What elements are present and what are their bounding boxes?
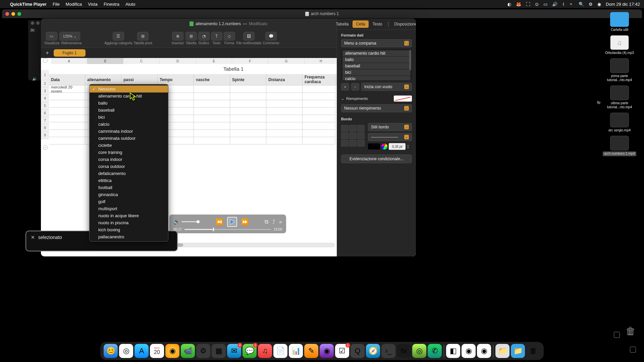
dock-downloads[interactable]: 📁 (511, 344, 525, 358)
popup-item[interactable]: calcio (90, 121, 168, 128)
volume-slider[interactable] (181, 221, 200, 222)
cell[interactable] (303, 85, 335, 93)
dock-reminders[interactable]: ☑1 (335, 344, 349, 358)
desktop-video-file[interactable]: arch numbers 1.mp4 (603, 136, 636, 156)
fill-swatch[interactable] (394, 96, 412, 102)
table-handle[interactable] (43, 58, 48, 63)
list-item[interactable]: calcio (342, 76, 411, 80)
popup-item[interactable]: ✓Nessuno (90, 85, 168, 93)
dock-mail[interactable]: ✉4 (227, 344, 241, 358)
col-header[interactable]: D (160, 58, 196, 64)
status-sound-icon[interactable]: 🔊 (552, 2, 557, 7)
dock-findmy[interactable]: ◎ (412, 344, 426, 358)
conditional-highlight-button[interactable]: Evidenziazione condizionale... (341, 155, 412, 163)
color-picker-icon[interactable] (381, 143, 387, 149)
col-header[interactable]: E (196, 58, 232, 64)
popup-item[interactable]: kich boxing (90, 226, 168, 233)
popup-item[interactable]: ballo (90, 100, 168, 107)
border-style-select[interactable]: Stili bordo ⌄ (368, 123, 412, 131)
cell[interactable]: mercoledì 20 novem (49, 85, 85, 93)
minimize-button[interactable] (11, 12, 15, 16)
formula-handle[interactable]: = (43, 145, 48, 150)
start-with-select[interactable]: Inizia con vuoto ⌄ (361, 83, 412, 91)
status-search-icon[interactable]: 🔍 (579, 2, 584, 7)
popup-item[interactable]: nuoto in piscina (90, 219, 168, 226)
popup-item[interactable]: golf (90, 198, 168, 205)
row-header[interactable]: 6 (41, 110, 49, 117)
shape-button[interactable]: ◇ (224, 32, 235, 41)
cell[interactable] (194, 85, 230, 93)
border-color-swatch[interactable] (368, 143, 380, 149)
cell[interactable] (230, 85, 266, 93)
dock-whatsapp[interactable]: ✆ (428, 344, 442, 358)
dock-shortcuts[interactable]: ◎ (119, 344, 133, 358)
row-header[interactable]: 9 (41, 132, 49, 139)
dock-numbers[interactable]: 📊 (289, 344, 303, 358)
trash-icon[interactable]: 🗑 (624, 324, 637, 339)
rewind-button[interactable]: ⏪ (216, 218, 223, 226)
popup-item[interactable]: ciclette (90, 142, 168, 149)
menu-view[interactable]: Vista (88, 2, 98, 7)
border-preset[interactable] (341, 125, 348, 132)
inspector-tab-table[interactable]: Tabella (332, 20, 352, 28)
inspector-tab-text[interactable]: Testo (369, 20, 386, 28)
share-button[interactable]: ⤴ (272, 219, 275, 225)
insert-button[interactable]: ⊕ (172, 32, 183, 41)
seek-slider[interactable] (184, 229, 271, 230)
dock-finder[interactable]: 😊 (104, 344, 118, 358)
border-line-select[interactable]: ⌄ (368, 133, 412, 141)
popup-item[interactable]: corsa outdoor (90, 163, 168, 170)
header-cell[interactable]: Spinte (230, 74, 266, 85)
popup-item[interactable]: camminata outdoor (90, 135, 168, 142)
popup-item[interactable]: ginnastica (90, 191, 168, 198)
header-cell[interactable]: allenamento (85, 74, 121, 85)
status-screenshot-icon[interactable]: ⛶ (526, 2, 530, 7)
col-header[interactable]: B (87, 58, 123, 64)
window-corner-icon[interactable] (630, 347, 636, 353)
popup-options-list[interactable]: allenamento cardio hiit ballo baseball b… (341, 49, 412, 80)
maximize-button[interactable] (17, 12, 21, 16)
border-preset[interactable] (341, 140, 348, 146)
zoom-select[interactable]: 125% ⌄ (59, 32, 80, 41)
popup-item[interactable]: baseball (90, 107, 168, 114)
menu-edit[interactable]: Modifica (66, 2, 82, 7)
status-control-center-icon[interactable]: ⚙ (589, 2, 593, 7)
forward-button[interactable]: ⏩ (241, 218, 249, 226)
window-corner-icon[interactable] (614, 332, 620, 338)
col-header[interactable]: H (305, 58, 337, 64)
data-format-select[interactable]: Menu a comparsa ⌃⌄ (341, 39, 412, 47)
border-preset[interactable] (357, 125, 365, 132)
chart-button[interactable]: ◔ (198, 32, 210, 41)
col-header[interactable]: F (232, 58, 268, 64)
popup-item[interactable]: corsa indoor (90, 156, 168, 163)
dock-launchpad[interactable]: ▦ (212, 344, 226, 358)
border-preset[interactable] (357, 132, 365, 139)
dock-tv[interactable]: tv (397, 344, 411, 358)
border-preset[interactable] (349, 132, 357, 139)
row-header[interactable]: 4 (41, 95, 49, 102)
row-header[interactable]: 2 (41, 80, 49, 87)
popup-item[interactable]: multisport (90, 205, 168, 212)
header-cell[interactable]: vasche (194, 74, 230, 85)
cell[interactable] (266, 85, 303, 93)
popup-item[interactable]: nuoto in acque libere (90, 212, 168, 219)
dock-quicktime[interactable]: Q (351, 344, 365, 358)
play-button[interactable] (227, 217, 237, 227)
row-header[interactable]: 8 (41, 124, 49, 132)
desktop-audio-file[interactable]: ♫ Orbolandia (4).mp3 (603, 35, 636, 55)
desktop-video-file[interactable]: arc sergio.mp4 (603, 113, 636, 132)
popup-item[interactable]: football (90, 184, 168, 191)
dock-settings[interactable]: ⚙ (196, 344, 210, 358)
dock-appstore[interactable]: A (135, 344, 149, 358)
scrollbar[interactable] (409, 50, 411, 70)
menubar-clock[interactable]: Dom 29 dic 17:42 (606, 2, 640, 7)
border-preset[interactable] (357, 140, 365, 146)
header-cell[interactable]: Tempo (158, 74, 194, 85)
menu-file[interactable]: File (53, 2, 60, 7)
menu-window[interactable]: Finestra (104, 2, 119, 7)
volume-icon[interactable]: 🔈 (173, 219, 180, 225)
more-button[interactable]: » (279, 219, 282, 225)
status-siri-icon[interactable]: ◉ (597, 2, 601, 7)
status-bluetooth-icon[interactable]: ᚼ (562, 2, 565, 7)
row-header[interactable]: 3 (41, 87, 49, 95)
